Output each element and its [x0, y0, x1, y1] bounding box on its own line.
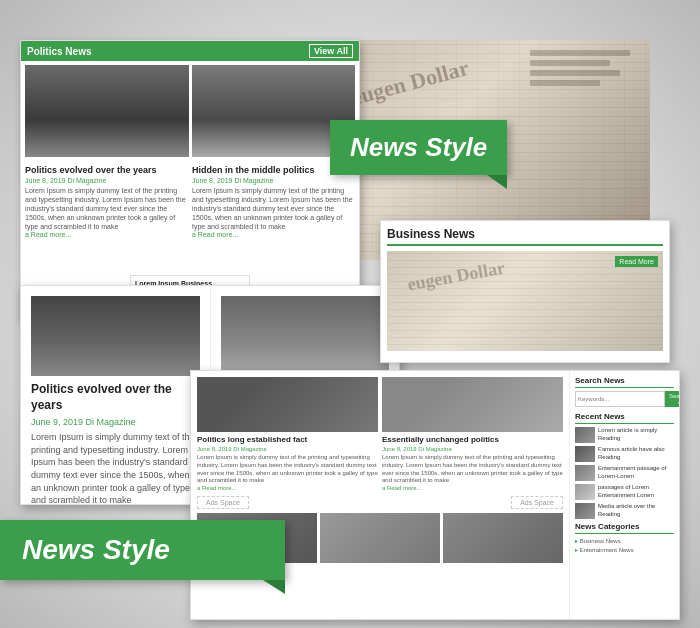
article-row: Politics evolved over the years June 8, … — [21, 161, 359, 242]
cbr-article-2: Essentially unchanged politics June 8, 2… — [382, 377, 563, 491]
sidebar-recent-text-2: Famous article have also Reading — [598, 446, 674, 462]
card-header: Politics News View All — [21, 41, 359, 61]
news-style-label-bottom-left: News Style — [0, 520, 285, 580]
cbr-article-1: Politics long established fact June 8, 2… — [197, 377, 378, 491]
cbr-article-body-1: Lorem Ipsum is simply dummy text of the … — [197, 454, 378, 485]
sidebar-recent-item-3: Entertainment passage of Lorem-Lorem — [575, 465, 674, 481]
article-large-body-1: Lorem Ipsum is simply dummy text of the … — [31, 431, 200, 505]
cbr-article-readmore-2[interactable]: a Read more... — [382, 485, 563, 491]
cbr-articles-row: Politics long established fact June 8, 2… — [197, 377, 563, 491]
article-mini-readmore-1[interactable]: a Read more... — [25, 231, 188, 238]
news-style-label-top-right: News Style — [330, 120, 507, 175]
sidebar-search-box: Search › — [575, 391, 674, 407]
article-large-meta-1: June 9, 2019 Di Magazine — [31, 417, 200, 427]
main-wrapper: Politics News View All Politics evolved … — [0, 0, 700, 628]
sidebar-recent-image-4 — [575, 484, 595, 500]
newspaper-lines-decoration — [530, 50, 630, 90]
sidebar-search-button[interactable]: Search › — [665, 391, 679, 407]
article-mini-body-1: Lorem Ipsum is simply dummy text of the … — [25, 186, 188, 231]
newspaper-line-3 — [530, 70, 620, 76]
article-mini-meta-2: June 8, 2019 Di Magazine — [192, 177, 355, 184]
sidebar-recent-image-3 — [575, 465, 595, 481]
cbr-main-content: Politics long established fact June 8, 2… — [191, 371, 569, 619]
cbr-article-readmore-1[interactable]: a Read more... — [197, 485, 378, 491]
sidebar-categories-title: News Categories — [575, 522, 674, 534]
cbr-sidebar: Search News Search › Recent News Lorem a… — [569, 371, 679, 619]
sidebar-recent-item-2: Famous article have also Reading — [575, 446, 674, 462]
sidebar-category-2[interactable]: Entertainment News — [575, 546, 674, 553]
article-large-1: Politics evolved over the years June 9, … — [21, 286, 211, 504]
newspaper-line-4 — [530, 80, 600, 86]
article-large-image-2 — [221, 296, 390, 376]
cbr-bottom-image-3 — [443, 513, 563, 563]
politics-news-card: Politics News View All Politics evolved … — [20, 40, 360, 320]
card-header-title: Politics News — [27, 46, 91, 57]
sidebar-recent-text-4: passages of Lorem Entertainment Lorem — [598, 484, 674, 500]
article-mini-title-1: Politics evolved over the years — [25, 165, 188, 175]
sidebar-recent-item-5: Media article over the Reading — [575, 503, 674, 519]
cbr-article-image-1 — [197, 377, 378, 432]
business-news-card: Business News eugen Dollar Read More — [380, 220, 670, 363]
ads-box-2: Ads Space — [511, 496, 563, 509]
article-mini-readmore-2[interactable]: a Read more... — [192, 231, 355, 238]
sidebar-recent-image-5 — [575, 503, 595, 519]
news-style-text-tr: News Style — [350, 132, 487, 162]
newspaper-line-2 — [530, 60, 610, 66]
sidebar-recent-item-1: Lorem article is simply Reading — [575, 427, 674, 443]
cbr-article-meta-2: June 8, 2019 Di Magazine — [382, 446, 563, 452]
business-news-card-image: eugen Dollar Read More — [387, 251, 663, 351]
sidebar-recent-text-1: Lorem article is simply Reading — [598, 427, 674, 443]
sidebar-search-title: Search News — [575, 376, 674, 388]
sidebar-recent-image-2 — [575, 446, 595, 462]
article-mini-body-2: Lorem Ipsum is simply dummy text of the … — [192, 186, 355, 231]
card-images-row — [21, 61, 359, 161]
cbr-article-body-2: Lorem Ipsum is simply dummy text of the … — [382, 454, 563, 485]
card-image-1 — [25, 65, 189, 157]
sidebar-recent-image-1 — [575, 427, 595, 443]
business-news-badge[interactable]: Read More — [615, 256, 658, 267]
article-large-title-1: Politics evolved over the years — [31, 382, 200, 413]
view-all-link[interactable]: View All — [309, 44, 353, 58]
ads-box-1: Ads Space — [197, 496, 249, 509]
cbr-article-meta-1: June 8, 2019 Di Magazine — [197, 446, 378, 452]
business-news-dollar: eugen Dollar — [406, 258, 507, 296]
article-large-image-1 — [31, 296, 200, 376]
sidebar-category-1[interactable]: Business News — [575, 537, 674, 544]
cbr-article-title-2: Essentially unchanged politics — [382, 435, 563, 444]
sidebar-recent-item-4: passages of Lorem Entertainment Lorem — [575, 484, 674, 500]
article-mini-2: Hidden in the middle politics June 8, 20… — [192, 165, 355, 238]
news-style-text-bl: News Style — [22, 534, 170, 565]
sidebar-recent-text-5: Media article over the Reading — [598, 503, 674, 519]
dollar-watermark: eugen Dollar — [349, 55, 472, 111]
cbr-article-image-2 — [382, 377, 563, 432]
ads-row: Ads Space Ads Space — [197, 496, 563, 509]
business-news-card-title: Business News — [387, 227, 663, 246]
article-mini-meta-1: June 8, 2019 Di Magazine — [25, 177, 188, 184]
article-mini-1: Politics evolved over the years June 8, … — [25, 165, 188, 238]
cbr-article-title-1: Politics long established fact — [197, 435, 378, 444]
sidebar-search-input[interactable] — [575, 391, 665, 407]
cbr-bottom-image-2 — [320, 513, 440, 563]
sidebar-recent-title: Recent News — [575, 412, 674, 424]
newspaper-line-1 — [530, 50, 630, 56]
sidebar-recent-text-3: Entertainment passage of Lorem-Lorem — [598, 465, 674, 481]
